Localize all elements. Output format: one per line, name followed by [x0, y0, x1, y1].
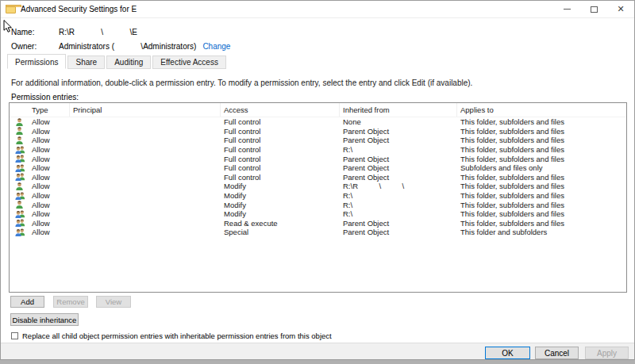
advanced-security-settings-dialog: Advanced Security Settings for E ✕ Name:… — [0, 0, 635, 360]
cell-inherited-from: Parent Object — [340, 163, 457, 172]
column-header-principal[interactable]: Principal — [70, 103, 221, 117]
tab-permissions[interactable]: Permissions — [7, 54, 66, 69]
cell-access: Modify — [221, 209, 340, 218]
cell-access: Full control — [221, 117, 340, 126]
cell-type: Allow — [29, 209, 70, 218]
cell-access: Special — [221, 228, 340, 236]
replace-permissions-checkbox[interactable] — [11, 332, 18, 339]
table-row[interactable]: AllowFull controlNoneThis folder, subfol… — [10, 117, 626, 127]
cell-inherited-from: R:\ — [340, 191, 457, 200]
cell-applies-to: This folder, subfolders and files — [457, 136, 626, 144]
table-row[interactable]: AllowModifyR:\This folder, subfolders an… — [10, 209, 626, 219]
owner-value: Administrators ( \Administrators) — [59, 42, 196, 51]
cell-access: Full control — [221, 173, 340, 182]
tab-auditing[interactable]: Auditing — [106, 56, 151, 69]
group-icon — [10, 219, 29, 227]
cell-applies-to: This folder and subfolders — [457, 228, 626, 236]
cell-access: Full control — [221, 163, 340, 172]
permission-entries-label: Permission entries: — [11, 93, 79, 102]
table-row[interactable]: AllowFull controlParent ObjectThis folde… — [10, 136, 626, 145]
user-icon — [10, 136, 29, 144]
replace-permissions-checkbox-row[interactable]: Replace all child object permission entr… — [11, 331, 332, 340]
owner-field-row: Owner: Administrators ( \Administrators)… — [11, 42, 230, 51]
cell-access: Modify — [221, 191, 340, 200]
window-title: Advanced Security Settings for E — [21, 5, 137, 13]
user-icon — [10, 118, 29, 126]
table-header-row: TypePrincipalAccessInherited fromApplies… — [10, 103, 626, 117]
remove-button[interactable]: Remove — [53, 296, 88, 308]
close-button[interactable]: ✕ — [607, 1, 634, 17]
cell-type: Allow — [29, 145, 70, 154]
group-icon — [10, 164, 29, 172]
tab-strip: PermissionsShareAuditingEffective Access — [7, 54, 228, 69]
cell-access: Modify — [221, 201, 340, 209]
replace-permissions-label: Replace all child object permission entr… — [22, 331, 332, 340]
group-icon — [10, 192, 29, 200]
cell-inherited-from: Parent Object — [340, 228, 457, 236]
cell-type: Allow — [29, 228, 70, 236]
column-header-access[interactable]: Access — [221, 103, 340, 117]
minimize-icon — [564, 9, 571, 10]
window-controls: ✕ — [553, 1, 634, 17]
cell-applies-to: This folder, subfolders and files — [457, 155, 626, 163]
group-icon — [10, 155, 29, 163]
cell-inherited-from: Parent Object — [340, 155, 457, 163]
user-icon — [10, 127, 29, 135]
column-header-applies-to[interactable]: Applies to — [457, 103, 626, 117]
name-field-row: Name: R:\R \ \E — [11, 28, 137, 36]
table-row[interactable]: AllowFull controlR:\This folder, subfold… — [10, 145, 626, 155]
cell-inherited-from: Parent Object — [340, 219, 457, 228]
add-button[interactable]: Add — [10, 296, 44, 308]
cell-access: Read & execute — [221, 219, 340, 228]
cell-type: Allow — [29, 155, 70, 163]
cell-applies-to: This folder, subfolders and files — [457, 117, 626, 126]
cell-access: Full control — [221, 145, 340, 154]
cell-type: Allow — [29, 136, 70, 144]
change-owner-link[interactable]: Change — [202, 42, 230, 51]
cell-type: Allow — [29, 191, 70, 200]
tab-effective-access[interactable]: Effective Access — [152, 56, 226, 69]
cell-applies-to: Subfolders and files only — [457, 163, 626, 172]
user-icon — [10, 182, 29, 190]
cell-access: Modify — [221, 182, 340, 190]
name-value: R:\R \ \E — [59, 28, 137, 36]
tab-share[interactable]: Share — [67, 56, 105, 69]
cell-inherited-from: R:\R \ \ — [340, 182, 457, 190]
close-icon: ✕ — [617, 5, 624, 13]
cell-applies-to: This folder, subfolders and files — [457, 219, 626, 228]
cell-type: Allow — [29, 219, 70, 228]
ok-button[interactable]: OK — [485, 347, 530, 359]
table-row[interactable]: AllowRead & executeParent ObjectThis fol… — [10, 219, 626, 228]
cell-inherited-from: R:\ — [340, 145, 457, 154]
owner-label: Owner: — [11, 42, 59, 51]
minimize-button[interactable] — [553, 1, 580, 17]
table-row[interactable]: AllowSpecialParent ObjectThis folder and… — [10, 228, 626, 237]
apply-button[interactable]: Apply — [585, 347, 629, 359]
permission-entries-table[interactable]: TypePrincipalAccessInherited fromApplies… — [9, 102, 627, 293]
cell-applies-to: This folder, subfolders and files — [457, 191, 626, 200]
maximize-button[interactable] — [580, 1, 607, 17]
cell-inherited-from: R:\ — [340, 209, 457, 218]
group-icon — [10, 173, 29, 181]
column-header-type[interactable]: Type — [10, 103, 70, 117]
disable-inheritance-button[interactable]: Disable inheritance — [10, 313, 79, 326]
table-row[interactable]: AllowModifyR:\This folder, subfolders an… — [10, 191, 626, 201]
permission-table-body: AllowFull controlNoneThis folder, subfol… — [10, 117, 626, 237]
table-row[interactable]: AllowModifyR:\This folder, subfolders an… — [10, 200, 626, 209]
cell-type: Allow — [29, 163, 70, 172]
cell-access: Full control — [221, 127, 340, 136]
cell-applies-to: This folder, subfolders and files — [457, 209, 626, 218]
cell-inherited-from: R:\ — [340, 201, 457, 209]
table-row[interactable]: AllowModifyR:\R \ \This folder, subfolde… — [10, 182, 626, 191]
cell-inherited-from: Parent Object — [340, 173, 457, 182]
column-header-inherited-from[interactable]: Inherited from — [340, 103, 457, 117]
table-row[interactable]: AllowFull controlParent ObjectThis folde… — [10, 173, 626, 182]
cancel-button[interactable]: Cancel — [535, 347, 579, 359]
table-row[interactable]: AllowFull controlParent ObjectThis folde… — [10, 127, 626, 136]
view-button[interactable]: View — [96, 296, 131, 308]
table-row[interactable]: AllowFull controlParent ObjectThis folde… — [10, 154, 626, 163]
cell-type: Allow — [29, 127, 70, 136]
cell-type: Allow — [29, 201, 70, 209]
cell-applies-to: This folder, subfolders and files — [457, 127, 626, 136]
table-row[interactable]: AllowFull controlParent ObjectSubfolders… — [10, 163, 626, 173]
